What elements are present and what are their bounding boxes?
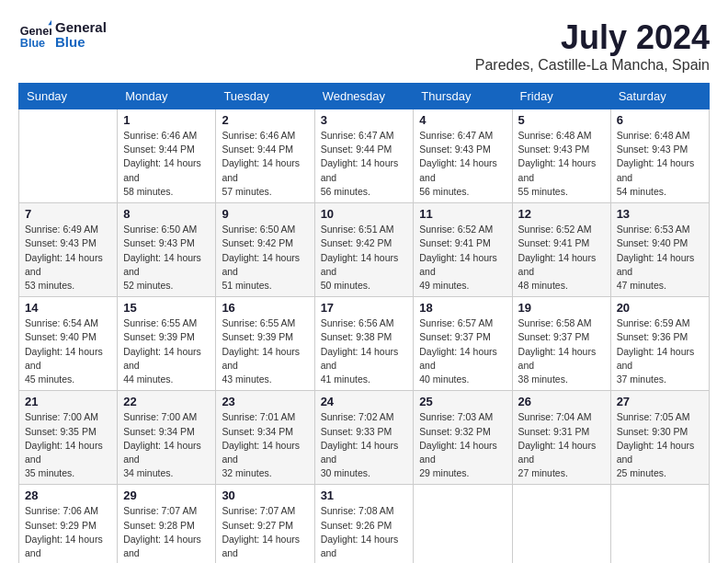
- daylight-text: Daylight: 14 hours and35 minutes.: [25, 440, 103, 478]
- calendar-cell: 17Sunrise: 6:56 AMSunset: 9:38 PMDayligh…: [314, 297, 414, 391]
- sunset-text: Sunset: 9:31 PM: [518, 426, 590, 437]
- day-number: 1: [123, 113, 210, 127]
- daylight-text: Daylight: 14 hours and41 minutes.: [321, 346, 399, 385]
- sunrise-text: Sunrise: 6:57 AM: [419, 317, 493, 328]
- sunrise-text: Sunrise: 6:49 AM: [25, 224, 98, 235]
- calendar-cell: 10Sunrise: 6:51 AMSunset: 9:42 PMDayligh…: [314, 203, 414, 297]
- daylight-text: Daylight: 14 hours and21 minutes.: [123, 534, 201, 563]
- daylight-text: Daylight: 14 hours and50 minutes.: [321, 252, 399, 291]
- day-number: 20: [617, 301, 703, 315]
- sunrise-text: Sunrise: 6:55 AM: [222, 317, 295, 328]
- sunset-text: Sunset: 9:44 PM: [123, 144, 195, 155]
- calendar-cell: 6Sunrise: 6:48 AMSunset: 9:43 PMDaylight…: [610, 109, 709, 203]
- day-number: 30: [222, 488, 308, 502]
- daylight-text: Daylight: 14 hours and40 minutes.: [419, 346, 497, 385]
- weekday-header-row: SundayMondayTuesdayWednesdayThursdayFrid…: [19, 84, 710, 109]
- day-detail: Sunrise: 6:52 AMSunset: 9:41 PMDaylight:…: [419, 223, 506, 293]
- day-detail: Sunrise: 6:49 AMSunset: 9:43 PMDaylight:…: [25, 223, 111, 293]
- daylight-text: Daylight: 14 hours and27 minutes.: [518, 440, 597, 478]
- day-detail: Sunrise: 6:57 AMSunset: 9:37 PMDaylight:…: [419, 316, 506, 386]
- sunset-text: Sunset: 9:34 PM: [123, 426, 195, 437]
- sunrise-text: Sunrise: 6:50 AM: [123, 224, 197, 235]
- logo-icon: General Blue: [18, 18, 51, 52]
- sunset-text: Sunset: 9:42 PM: [222, 237, 293, 248]
- day-number: 29: [123, 488, 210, 502]
- daylight-text: Daylight: 14 hours and52 minutes.: [123, 252, 201, 291]
- calendar-cell: 21Sunrise: 7:00 AMSunset: 9:35 PMDayligh…: [19, 391, 118, 485]
- day-number: 12: [518, 207, 605, 221]
- daylight-text: Daylight: 14 hours and47 minutes.: [617, 252, 695, 291]
- sunset-text: Sunset: 9:26 PM: [321, 520, 392, 531]
- sunset-text: Sunset: 9:43 PM: [518, 144, 590, 155]
- sunrise-text: Sunrise: 7:00 AM: [123, 411, 197, 422]
- svg-text:Blue: Blue: [20, 37, 45, 50]
- sunrise-text: Sunrise: 7:07 AM: [222, 505, 295, 516]
- sunrise-text: Sunrise: 6:58 AM: [518, 317, 592, 328]
- calendar-cell: 29Sunrise: 7:07 AMSunset: 9:28 PMDayligh…: [118, 485, 216, 563]
- day-detail: Sunrise: 7:00 AMSunset: 9:34 PMDaylight:…: [123, 410, 210, 480]
- calendar-cell: 24Sunrise: 7:02 AMSunset: 9:33 PMDayligh…: [314, 391, 414, 485]
- day-detail: Sunrise: 6:55 AMSunset: 9:39 PMDaylight:…: [222, 316, 308, 386]
- calendar-cell: 1Sunrise: 6:46 AMSunset: 9:44 PMDaylight…: [118, 109, 216, 203]
- header: General Blue General Blue July 2024 Pare…: [18, 18, 710, 74]
- daylight-text: Daylight: 14 hours and55 minutes.: [518, 157, 597, 196]
- logo-blue: Blue: [55, 35, 107, 51]
- sunrise-text: Sunrise: 6:53 AM: [617, 224, 690, 235]
- sunset-text: Sunset: 9:44 PM: [222, 144, 293, 155]
- day-number: 24: [321, 395, 408, 408]
- calendar-cell: 23Sunrise: 7:01 AMSunset: 9:34 PMDayligh…: [216, 391, 314, 485]
- logo: General Blue General Blue: [18, 18, 107, 52]
- day-number: 16: [222, 301, 308, 315]
- day-detail: Sunrise: 6:46 AMSunset: 9:44 PMDaylight:…: [222, 129, 308, 199]
- day-detail: Sunrise: 6:59 AMSunset: 9:36 PMDaylight:…: [617, 316, 703, 386]
- calendar-cell: 4Sunrise: 6:47 AMSunset: 9:43 PMDaylight…: [414, 109, 512, 203]
- daylight-text: Daylight: 14 hours and23 minutes.: [25, 534, 103, 563]
- day-detail: Sunrise: 6:50 AMSunset: 9:43 PMDaylight:…: [123, 223, 210, 293]
- daylight-text: Daylight: 14 hours and48 minutes.: [518, 252, 597, 291]
- daylight-text: Daylight: 14 hours and29 minutes.: [419, 440, 497, 478]
- daylight-text: Daylight: 14 hours and17 minutes.: [321, 534, 399, 563]
- daylight-text: Daylight: 14 hours and44 minutes.: [123, 346, 201, 385]
- sunrise-text: Sunrise: 6:51 AM: [321, 224, 394, 235]
- sunset-text: Sunset: 9:40 PM: [617, 237, 688, 248]
- sunset-text: Sunset: 9:36 PM: [617, 331, 688, 342]
- calendar-cell: 27Sunrise: 7:05 AMSunset: 9:30 PMDayligh…: [610, 391, 709, 485]
- day-detail: Sunrise: 6:50 AMSunset: 9:42 PMDaylight:…: [222, 223, 308, 293]
- day-number: 31: [321, 488, 408, 502]
- daylight-text: Daylight: 14 hours and38 minutes.: [518, 346, 597, 385]
- daylight-text: Daylight: 14 hours and57 minutes.: [222, 157, 300, 196]
- sunrise-text: Sunrise: 6:54 AM: [25, 317, 98, 328]
- calendar-cell: [610, 485, 709, 563]
- sunset-text: Sunset: 9:38 PM: [321, 331, 392, 342]
- day-detail: Sunrise: 7:00 AMSunset: 9:35 PMDaylight:…: [25, 410, 111, 480]
- sunrise-text: Sunrise: 7:00 AM: [25, 411, 98, 422]
- day-detail: Sunrise: 6:56 AMSunset: 9:38 PMDaylight:…: [321, 316, 408, 386]
- day-number: 4: [419, 113, 506, 127]
- day-detail: Sunrise: 6:53 AMSunset: 9:40 PMDaylight:…: [617, 223, 703, 293]
- calendar-week-row: 28Sunrise: 7:06 AMSunset: 9:29 PMDayligh…: [19, 485, 710, 563]
- sunset-text: Sunset: 9:28 PM: [123, 520, 195, 531]
- day-detail: Sunrise: 7:07 AMSunset: 9:28 PMDaylight:…: [123, 504, 210, 563]
- day-number: 13: [617, 207, 703, 221]
- calendar-cell: 3Sunrise: 6:47 AMSunset: 9:44 PMDaylight…: [314, 109, 414, 203]
- sunrise-text: Sunrise: 7:08 AM: [321, 505, 394, 516]
- day-detail: Sunrise: 6:54 AMSunset: 9:40 PMDaylight:…: [25, 316, 111, 386]
- calendar-cell: 31Sunrise: 7:08 AMSunset: 9:26 PMDayligh…: [314, 485, 414, 563]
- sunrise-text: Sunrise: 6:46 AM: [222, 130, 295, 141]
- calendar-cell: 12Sunrise: 6:52 AMSunset: 9:41 PMDayligh…: [512, 203, 610, 297]
- daylight-text: Daylight: 14 hours and43 minutes.: [222, 346, 300, 385]
- calendar-cell: 25Sunrise: 7:03 AMSunset: 9:32 PMDayligh…: [414, 391, 512, 485]
- calendar-cell: [414, 485, 512, 563]
- day-number: 28: [25, 488, 111, 502]
- calendar-cell: 13Sunrise: 6:53 AMSunset: 9:40 PMDayligh…: [610, 203, 709, 297]
- calendar-cell: 19Sunrise: 6:58 AMSunset: 9:37 PMDayligh…: [512, 297, 610, 391]
- weekday-header-tuesday: Tuesday: [216, 84, 314, 109]
- daylight-text: Daylight: 14 hours and37 minutes.: [617, 346, 695, 385]
- sunset-text: Sunset: 9:40 PM: [25, 331, 97, 342]
- day-number: 14: [25, 301, 111, 315]
- sunset-text: Sunset: 9:34 PM: [222, 426, 293, 437]
- sunset-text: Sunset: 9:35 PM: [25, 426, 97, 437]
- daylight-text: Daylight: 14 hours and51 minutes.: [222, 252, 300, 291]
- calendar-week-row: 21Sunrise: 7:00 AMSunset: 9:35 PMDayligh…: [19, 391, 710, 485]
- calendar-week-row: 1Sunrise: 6:46 AMSunset: 9:44 PMDaylight…: [19, 109, 710, 203]
